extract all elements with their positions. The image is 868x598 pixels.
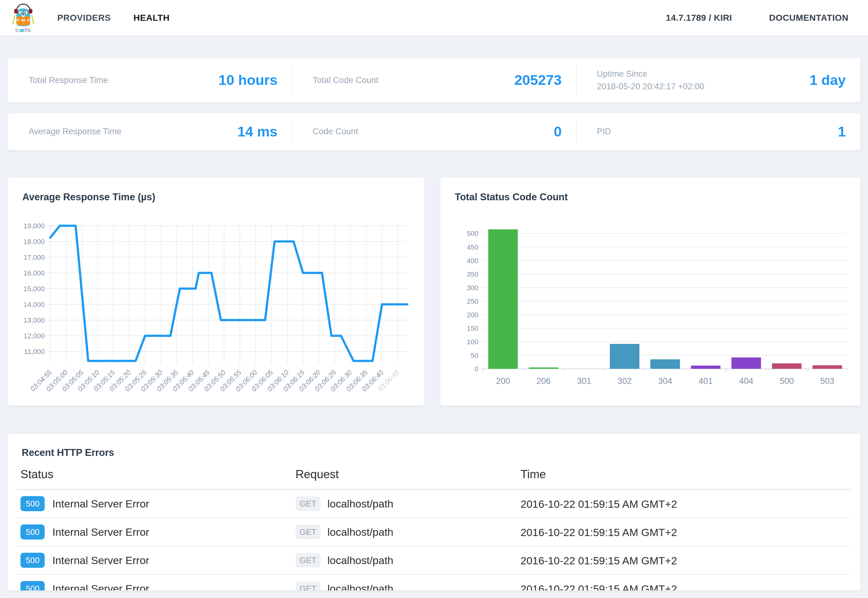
svg-text:100: 100 [467, 338, 478, 346]
stat-label: Total Response Time [28, 74, 108, 87]
svg-text:19,000: 19,000 [24, 222, 45, 230]
recent-http-errors-card: Recent HTTP Errors Status Request Time 5… [8, 434, 860, 591]
stat-card-totals: Total Response Time 10 hours Total Code … [8, 58, 860, 102]
error-time: 2016-10-22 01:59:15 AM GMT+2 [521, 498, 677, 510]
bar-302 [610, 344, 639, 369]
brand-wordmark: træfik [15, 27, 31, 34]
charts-row: Average Response Time (µs) 11,00012,0001… [8, 178, 860, 405]
error-time: 2016-10-22 01:59:15 AM GMT+2 [521, 583, 677, 591]
svg-text:12,000: 12,000 [24, 332, 45, 340]
status-text: Internal Server Error [52, 526, 149, 538]
bar-500 [772, 363, 802, 369]
svg-text:16,000: 16,000 [24, 269, 45, 277]
stat-value: 0 [545, 124, 562, 140]
nav-item-providers[interactable]: PROVIDERS [57, 13, 111, 23]
stat-value: 205273 [505, 72, 561, 88]
error-table-row: 500Internal Server Error GETlocalhost/pa… [17, 574, 851, 591]
svg-text:302: 302 [618, 376, 632, 386]
svg-text:18,000: 18,000 [24, 238, 45, 245]
error-time: 2016-10-22 01:59:15 AM GMT+2 [521, 555, 677, 567]
error-status-cell: 500Internal Server Error [17, 574, 292, 591]
svg-text:401: 401 [699, 376, 712, 386]
bar-401 [691, 366, 720, 369]
http-method-badge: GET [296, 525, 320, 539]
svg-text:17,000: 17,000 [24, 253, 45, 261]
response-time-series [50, 226, 407, 361]
traefik-logo[interactable]: træfik [9, 2, 38, 34]
error-time: 2016-10-22 01:59:15 AM GMT+2 [521, 526, 677, 538]
stat-card-current: Average Response Time 14 ms Code Count 0… [8, 113, 860, 150]
error-time-cell: 2016-10-22 01:59:15 AM GMT+2 [517, 490, 851, 518]
column-header-time: Time [517, 463, 851, 490]
status-text: Internal Server Error [52, 554, 149, 566]
bar-206 [529, 368, 558, 369]
status-code-badge: 500 [21, 525, 45, 540]
errors-table-header-row: Status Request Time [17, 463, 851, 490]
request-path: localhost/path [328, 498, 394, 510]
bar-404 [732, 357, 761, 369]
bar-503 [813, 365, 842, 369]
error-request-cell: GETlocalhost/path [292, 518, 518, 546]
error-time-cell: 2016-10-22 01:59:15 AM GMT+2 [517, 546, 851, 574]
stat-value: 1 day [800, 72, 846, 88]
stat-label: PID [597, 125, 611, 138]
stat-value: 1 [828, 124, 846, 140]
status-code-badge: 500 [21, 581, 45, 591]
status-code-chart-card: Total Status Code Count 0501001502002503… [440, 178, 860, 405]
http-method-badge: GET [296, 582, 320, 591]
nav-item-documentation[interactable]: DOCUMENTATION [769, 13, 849, 23]
column-header-status: Status [17, 463, 292, 490]
bar-304 [650, 359, 680, 369]
request-path: localhost/path [328, 554, 394, 566]
svg-text:13,000: 13,000 [24, 316, 45, 324]
svg-text:0: 0 [474, 365, 478, 373]
nav-item-health[interactable]: HEALTH [133, 13, 169, 23]
stat-label: Uptime Since 2018-05-20 20:42:17 +02:00 [597, 67, 705, 93]
svg-text:50: 50 [471, 351, 478, 359]
status-code-badge: 500 [21, 553, 45, 568]
column-header-request: Request [292, 463, 518, 490]
request-path: localhost/path [328, 526, 394, 538]
error-status-cell: 500Internal Server Error [17, 490, 292, 518]
status-text: Internal Server Error [52, 498, 149, 510]
svg-text:503: 503 [820, 376, 834, 386]
errors-table-title: Recent HTTP Errors [17, 434, 851, 458]
error-table-row: 500Internal Server Error GETlocalhost/pa… [17, 518, 851, 546]
svg-text:200: 200 [496, 376, 510, 386]
svg-text:200: 200 [467, 311, 478, 319]
response-time-chart-card: Average Response Time (µs) 11,00012,0001… [8, 178, 425, 405]
main-nav: PROVIDERS HEALTH [57, 13, 169, 23]
bar-200 [488, 230, 518, 369]
stat-average-response-time: Average Response Time 14 ms [8, 113, 292, 150]
svg-text:450: 450 [467, 243, 478, 251]
svg-text:11,000: 11,000 [24, 348, 45, 356]
line-chart-title: Average Response Time (µs) [8, 178, 425, 203]
error-time-cell: 2016-10-22 01:59:15 AM GMT+2 [517, 518, 851, 546]
svg-text:304: 304 [658, 376, 672, 386]
stat-uptime-since: Uptime Since 2018-05-20 20:42:17 +02:00 … [576, 58, 860, 102]
traefik-gopher-icon [11, 2, 35, 28]
http-method-badge: GET [296, 496, 320, 511]
dashboard-main: Total Response Time 10 hours Total Code … [0, 58, 868, 591]
svg-text:250: 250 [467, 298, 478, 305]
stat-pid: PID 1 [576, 113, 860, 150]
svg-text:400: 400 [467, 257, 478, 265]
status-code-badge: 500 [21, 496, 45, 511]
header-right: 14.7.1789 / KIRI DOCUMENTATION [666, 13, 849, 23]
stat-total-code-count: Total Code Count 205273 [292, 58, 576, 102]
bar-chart-title: Total Status Code Count [440, 178, 860, 203]
http-method-badge: GET [296, 553, 320, 568]
status-text: Internal Server Error [52, 583, 149, 591]
status-code-bar-chart: 0501001502002503003504004505002002063013… [448, 218, 855, 402]
svg-text:14,000: 14,000 [24, 300, 45, 308]
errors-table: Status Request Time 500Internal Server E… [17, 463, 851, 591]
stat-value: 14 ms [228, 124, 278, 140]
svg-text:206: 206 [537, 376, 551, 386]
stat-code-count: Code Count 0 [292, 113, 576, 150]
error-request-cell: GETlocalhost/path [292, 490, 518, 518]
error-status-cell: 500Internal Server Error [17, 546, 292, 574]
response-time-line-chart: 11,00012,00013,00014,00015,00016,00017,0… [13, 218, 418, 402]
error-table-row: 500Internal Server Error GETlocalhost/pa… [17, 546, 851, 574]
svg-text:300: 300 [467, 284, 478, 292]
error-status-cell: 500Internal Server Error [17, 518, 292, 546]
